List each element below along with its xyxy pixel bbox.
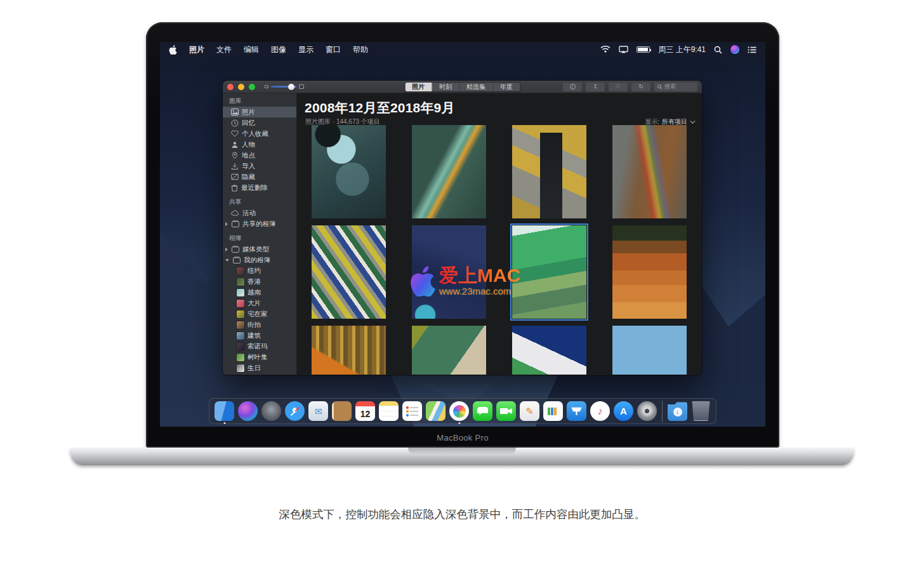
- sidebar-item-media-types[interactable]: 媒体类型: [223, 244, 296, 255]
- sidebar-album-athome[interactable]: 宅在家: [223, 309, 296, 319]
- itunes-dock-icon[interactable]: ♪: [590, 401, 610, 421]
- siri-dock-icon[interactable]: [238, 401, 258, 421]
- menu-item-window[interactable]: 窗口: [326, 44, 341, 55]
- photo-thumbnail[interactable]: [312, 125, 386, 218]
- sidebar-item-hidden[interactable]: 隐藏: [223, 171, 296, 182]
- slider-thumb[interactable]: [288, 84, 294, 90]
- disclosure-closed-icon[interactable]: [225, 222, 228, 226]
- tab-collections[interactable]: 精选集: [459, 83, 493, 91]
- sidebar-item-shared-albums[interactable]: 共享的相簿: [223, 218, 296, 229]
- slider-track[interactable]: [271, 86, 296, 88]
- downloads-dock-icon[interactable]: ↓: [668, 401, 687, 421]
- finder-dock-icon[interactable]: [214, 401, 234, 421]
- minimize-button[interactable]: [238, 84, 244, 90]
- sidebar-album-street[interactable]: 街拍: [223, 319, 296, 330]
- disclosure-closed-icon[interactable]: [225, 248, 228, 251]
- sidebar-item-places[interactable]: 地点: [223, 150, 296, 161]
- chat-bubble-glyph: [477, 407, 488, 415]
- apple-menu[interactable]: [169, 45, 177, 55]
- album-label: 香港: [248, 277, 261, 286]
- messages-dock-icon[interactable]: [473, 401, 492, 421]
- pages-dock-icon[interactable]: ✎: [520, 401, 539, 421]
- sidebar-item-label: 活动: [242, 209, 256, 218]
- sidebar-album-birthday[interactable]: 生日: [223, 363, 296, 373]
- notes-dock-icon[interactable]: [379, 401, 399, 421]
- menu-item-file[interactable]: 文件: [216, 44, 232, 55]
- sidebar-album-sonoma[interactable]: 索诺玛: [223, 341, 296, 352]
- photo-thumbnail[interactable]: [512, 125, 586, 218]
- photo-thumbnail[interactable]: [312, 326, 386, 375]
- mail-dock-icon[interactable]: ✉: [308, 401, 328, 421]
- menu-bar-clock[interactable]: 周三 上午9:41: [658, 44, 706, 55]
- disclosure-open-icon[interactable]: [225, 259, 229, 262]
- sidebar-item-favorites[interactable]: 个人收藏: [223, 128, 296, 139]
- menu-item-help[interactable]: 帮助: [353, 44, 368, 55]
- menu-item-edit[interactable]: 编辑: [244, 44, 259, 55]
- menu-item-photos[interactable]: 照片: [189, 44, 204, 55]
- search-field[interactable]: 搜索: [654, 83, 697, 91]
- display-mirroring-icon[interactable]: [619, 46, 628, 53]
- wifi-icon[interactable]: [600, 46, 610, 53]
- laptop-bezel: 照片 文件 编辑 图像 显示 窗口 帮助 周三 上午9:41: [146, 22, 779, 448]
- macbook-pro-label: MacBook Pro: [146, 433, 779, 443]
- info-button[interactable]: i: [563, 83, 582, 91]
- photo-thumbnail[interactable]: [312, 225, 386, 319]
- photo-thumbnail[interactable]: [412, 326, 486, 375]
- system-preferences-dock-icon[interactable]: [637, 401, 657, 421]
- facetime-dock-icon[interactable]: [496, 401, 516, 421]
- sidebar-album-architecture[interactable]: 建筑: [223, 330, 296, 341]
- sidebar-item-memories[interactable]: 回忆: [223, 117, 296, 128]
- sidebar-item-activity[interactable]: 活动: [223, 208, 296, 218]
- battery-icon[interactable]: [637, 46, 650, 53]
- zoom-button[interactable]: [249, 84, 255, 90]
- calendar-dock-icon[interactable]: 12: [355, 401, 375, 421]
- tab-photos[interactable]: 照片: [405, 83, 432, 91]
- photo-thumbnail[interactable]: [612, 125, 687, 218]
- maps-dock-icon[interactable]: [426, 401, 446, 421]
- thumbnail-size-slider[interactable]: [265, 84, 304, 89]
- sidebar-album-bigshots[interactable]: 大片: [223, 298, 296, 309]
- sidebar: 图库 照片 回忆 个人收藏: [223, 93, 297, 375]
- window-titlebar[interactable]: 照片 时刻 精选集 年度 i ↥ ♡ ↻ 搜索: [223, 81, 702, 93]
- sidebar-item-import[interactable]: 导入: [223, 161, 296, 171]
- photo-grid: [312, 125, 687, 375]
- notification-center-icon[interactable]: [748, 46, 756, 53]
- sidebar-item-people[interactable]: 人物: [223, 139, 296, 150]
- sidebar-album-newyork[interactable]: 纽约: [223, 265, 296, 276]
- sidebar-item-my-albums[interactable]: 我的相簿: [223, 255, 296, 265]
- close-button[interactable]: [227, 84, 234, 90]
- reminders-dock-icon[interactable]: [402, 401, 422, 421]
- spotlight-search-icon[interactable]: [714, 46, 722, 54]
- sidebar-album-anniversary[interactable]: 纪念日: [223, 373, 296, 375]
- trash-dock-icon[interactable]: [691, 401, 711, 421]
- siri-icon[interactable]: [730, 45, 739, 54]
- app-store-dock-icon[interactable]: A: [614, 401, 633, 421]
- numbers-dock-icon[interactable]: [543, 401, 563, 421]
- share-button[interactable]: ↥: [586, 83, 605, 91]
- rotate-button[interactable]: ↻: [631, 83, 650, 91]
- photo-thumbnail[interactable]: [412, 225, 486, 319]
- tab-moments[interactable]: 时刻: [432, 83, 459, 91]
- photos-dock-icon[interactable]: [449, 401, 469, 421]
- menu-item-image[interactable]: 图像: [271, 44, 286, 55]
- photo-thumbnail-selected[interactable]: [512, 225, 586, 319]
- album-thumbnail: [237, 278, 244, 286]
- favorite-button[interactable]: ♡: [609, 83, 628, 91]
- contacts-dock-icon[interactable]: [332, 401, 352, 421]
- sidebar-item-recently-deleted[interactable]: 最近删除: [223, 182, 296, 193]
- safari-dock-icon[interactable]: [285, 401, 305, 421]
- photo-thumbnail[interactable]: [512, 326, 586, 375]
- sidebar-item-photos[interactable]: 照片: [223, 107, 296, 117]
- keynote-dock-icon[interactable]: [567, 401, 586, 421]
- launchpad-dock-icon[interactable]: [261, 401, 281, 421]
- sidebar-album-leaves[interactable]: 树叶集: [223, 352, 296, 363]
- sidebar-album-hongkong[interactable]: 香港: [223, 276, 296, 287]
- photo-thumbnail[interactable]: [612, 326, 687, 375]
- album-label: 生日: [248, 364, 261, 373]
- search-icon: [657, 84, 663, 90]
- photo-thumbnail[interactable]: [412, 125, 486, 218]
- menu-item-view[interactable]: 显示: [298, 44, 314, 55]
- photo-thumbnail[interactable]: [612, 225, 687, 319]
- sidebar-album-vietnam[interactable]: 越南: [223, 287, 296, 298]
- tab-years[interactable]: 年度: [493, 83, 520, 91]
